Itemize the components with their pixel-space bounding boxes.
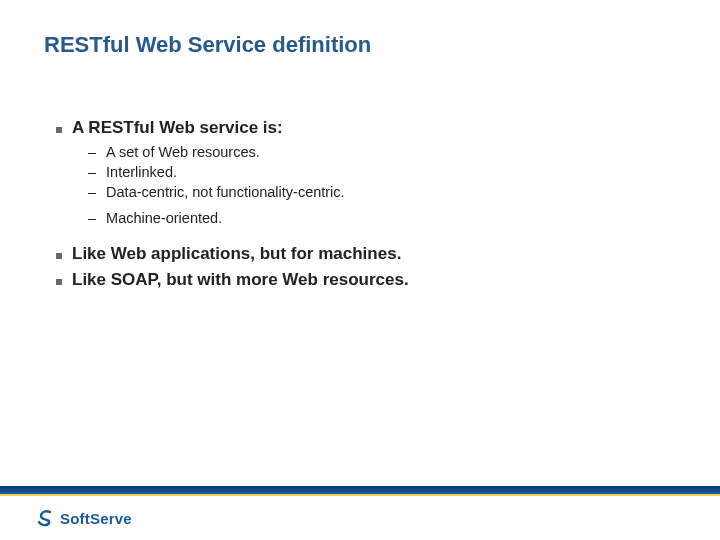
bullet-text: A RESTful Web service is:	[72, 118, 283, 138]
subitem-text: A set of Web resources.	[106, 144, 260, 160]
subitem: – A set of Web resources.	[88, 144, 680, 160]
bullet-intro: A RESTful Web service is:	[56, 118, 680, 138]
brand-name: SoftServe	[60, 510, 132, 527]
softserve-mark-icon	[36, 508, 56, 528]
subitem: – Interlinked.	[88, 164, 680, 180]
bullet-text: Like Web applications, but for machines.	[72, 244, 401, 264]
square-bullet-icon	[56, 127, 62, 133]
subitem-text: Data-centric, not functionality-centric.	[106, 184, 345, 200]
brand-logo: SoftServe	[36, 508, 132, 528]
subitem: – Data-centric, not functionality-centri…	[88, 184, 680, 200]
footer: SoftServe	[0, 496, 720, 540]
dash-icon: –	[88, 144, 96, 160]
square-bullet-icon	[56, 253, 62, 259]
dash-icon: –	[88, 184, 96, 200]
dash-icon: –	[88, 210, 96, 226]
slide: RESTful Web Service definition A RESTful…	[0, 0, 720, 540]
bullet-text: Like SOAP, but with more Web resources.	[72, 270, 409, 290]
square-bullet-icon	[56, 279, 62, 285]
slide-content: A RESTful Web service is: – A set of Web…	[56, 118, 680, 296]
subitem: – Machine-oriented.	[88, 210, 680, 226]
bullet-closing: Like SOAP, but with more Web resources.	[56, 270, 680, 290]
subitem-text: Interlinked.	[106, 164, 177, 180]
slide-title: RESTful Web Service definition	[44, 32, 371, 58]
footer-band	[0, 486, 720, 494]
sublist: – A set of Web resources. – Interlinked.…	[88, 144, 680, 226]
subitem-text: Machine-oriented.	[106, 210, 222, 226]
dash-icon: –	[88, 164, 96, 180]
bullet-closing: Like Web applications, but for machines.	[56, 244, 680, 264]
